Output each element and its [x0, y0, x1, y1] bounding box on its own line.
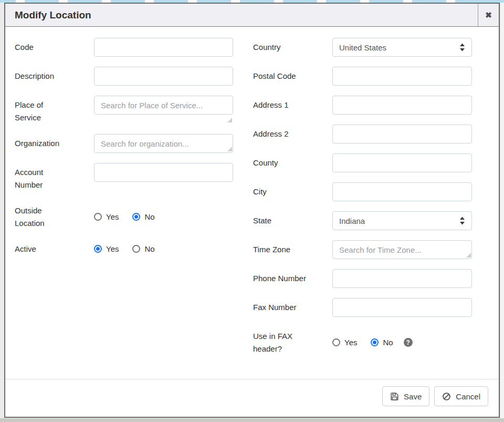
- close-button[interactable]: ✖: [478, 4, 499, 26]
- radio-no-icon[interactable]: [132, 213, 140, 221]
- address-2-field[interactable]: [332, 125, 472, 143]
- country-row: Country United States: [253, 38, 472, 57]
- address-2-row: Address 2: [253, 125, 472, 143]
- radio-yes-icon[interactable]: [332, 338, 340, 346]
- state-label: State: [253, 211, 332, 230]
- outside-location-no-option[interactable]: No: [132, 212, 154, 221]
- place-of-service-search[interactable]: [94, 96, 233, 115]
- postal-code-row: Postal Code: [253, 67, 472, 86]
- time-zone-row: Time Zone: [253, 240, 472, 259]
- account-number-label: Account Number: [15, 163, 94, 191]
- active-yes-option[interactable]: Yes: [94, 244, 119, 253]
- address-1-field[interactable]: [332, 96, 472, 115]
- city-field[interactable]: [332, 182, 472, 201]
- right-column: Country United States Postal Code: [253, 38, 472, 365]
- outside-location-label: Outside Location: [15, 201, 94, 230]
- modify-location-dialog: Modify Location ✖ Code Description: [4, 3, 500, 418]
- outside-location-radio-group: Yes No: [94, 201, 233, 230]
- fax-header-label: Use in FAX header?: [253, 327, 332, 355]
- resize-grip-icon: [466, 253, 471, 258]
- phone-number-row: Phone Number: [253, 269, 472, 288]
- select-arrows-icon: [459, 43, 465, 52]
- fax-number-row: Fax Number: [253, 298, 472, 317]
- code-row: Code: [15, 38, 233, 57]
- county-row: County: [253, 153, 472, 172]
- save-button[interactable]: Save: [382, 386, 429, 406]
- place-of-service-row: Place of Service: [15, 96, 233, 124]
- left-column: Code Description Place of Service: [15, 38, 233, 365]
- cancel-icon: [442, 392, 451, 401]
- page-background: Modify Location ✖ Code Description: [0, 0, 504, 422]
- active-label: Active: [15, 240, 94, 255]
- yes-option-label: Yes: [106, 244, 119, 253]
- address-2-label: Address 2: [253, 125, 332, 143]
- background-right-sliver: [500, 3, 504, 418]
- fax-number-label: Fax Number: [253, 298, 332, 317]
- resize-grip-icon: [227, 118, 232, 122]
- country-select[interactable]: United States: [332, 38, 472, 57]
- fax-header-radio-group: Yes No ?: [332, 327, 472, 355]
- code-field[interactable]: [94, 38, 233, 57]
- city-label: City: [253, 182, 332, 201]
- radio-yes-icon[interactable]: [94, 245, 102, 253]
- code-label: Code: [15, 38, 94, 57]
- save-icon: [390, 392, 399, 401]
- address-1-label: Address 1: [253, 96, 332, 115]
- outside-location-row: Outside Location Yes No: [15, 201, 233, 230]
- cancel-button[interactable]: Cancel: [434, 386, 488, 406]
- organization-label: Organization: [15, 134, 94, 153]
- active-no-option[interactable]: No: [132, 244, 154, 253]
- dialog-body: Code Description Place of Service: [5, 27, 499, 379]
- description-field[interactable]: [94, 67, 233, 86]
- fax-header-no-option[interactable]: No: [371, 338, 393, 347]
- county-field[interactable]: [332, 153, 472, 172]
- fax-header-row: Use in FAX header? Yes No ?: [253, 327, 472, 355]
- address-1-row: Address 1: [253, 96, 472, 115]
- time-zone-label: Time Zone: [253, 240, 332, 259]
- fax-header-yes-option[interactable]: Yes: [332, 338, 357, 347]
- yes-option-label: Yes: [106, 212, 119, 221]
- fax-number-field[interactable]: [332, 298, 472, 317]
- radio-yes-icon[interactable]: [94, 213, 102, 221]
- organization-search[interactable]: [94, 134, 233, 153]
- radio-no-icon[interactable]: [371, 338, 379, 346]
- place-of-service-label: Place of Service: [15, 96, 94, 124]
- description-row: Description: [15, 67, 233, 86]
- save-button-label: Save: [404, 392, 422, 401]
- cancel-button-label: Cancel: [456, 392, 480, 401]
- dialog-title: Modify Location: [5, 4, 478, 26]
- postal-code-field[interactable]: [332, 67, 472, 86]
- organization-row: Organization: [15, 134, 233, 153]
- no-option-label: No: [383, 338, 393, 347]
- time-zone-search[interactable]: [332, 240, 472, 259]
- state-select-value: Indiana: [339, 217, 365, 225]
- yes-option-label: Yes: [344, 338, 357, 347]
- country-label: Country: [253, 38, 332, 57]
- radio-no-icon[interactable]: [132, 245, 140, 253]
- background-bottom-strip: [0, 418, 504, 422]
- close-icon: ✖: [485, 11, 492, 20]
- select-arrows-icon: [459, 217, 465, 225]
- postal-code-label: Postal Code: [253, 67, 332, 86]
- dialog-footer: Save Cancel: [5, 379, 499, 417]
- no-option-label: No: [144, 244, 154, 253]
- no-option-label: No: [144, 212, 154, 221]
- dialog-header: Modify Location ✖: [5, 4, 499, 27]
- state-row: State Indiana: [253, 211, 472, 230]
- active-row: Active Yes No: [15, 240, 233, 255]
- country-select-value: United States: [339, 43, 386, 52]
- city-row: City: [253, 182, 472, 201]
- description-label: Description: [15, 67, 94, 86]
- account-number-field[interactable]: [94, 163, 233, 182]
- phone-number-field[interactable]: [332, 269, 472, 288]
- county-label: County: [253, 153, 332, 172]
- resize-grip-icon: [227, 147, 232, 151]
- active-radio-group: Yes No: [94, 240, 233, 255]
- state-select[interactable]: Indiana: [332, 211, 472, 230]
- phone-number-label: Phone Number: [253, 269, 332, 288]
- account-number-row: Account Number: [15, 163, 233, 191]
- help-icon[interactable]: ?: [404, 338, 413, 347]
- outside-location-yes-option[interactable]: Yes: [94, 212, 119, 221]
